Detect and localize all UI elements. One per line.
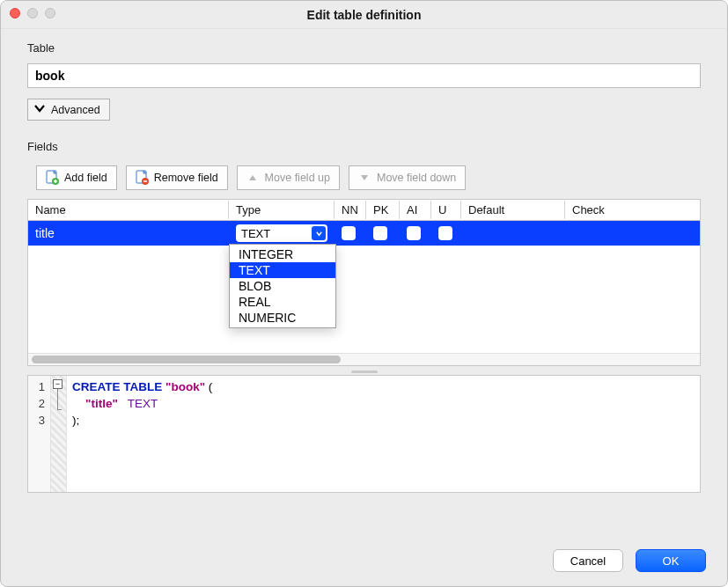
ai-checkbox[interactable] (407, 226, 421, 240)
maximize-window-button (45, 8, 55, 18)
cell-name[interactable]: title (28, 221, 229, 246)
minimize-window-button (27, 8, 38, 18)
add-field-icon (46, 170, 59, 186)
chevron-down-icon (312, 226, 326, 240)
add-field-label: Add field (64, 172, 107, 184)
cell-ai[interactable] (400, 221, 431, 246)
move-up-label: Move field up (265, 172, 330, 184)
type-dropdown[interactable]: INTEGERTEXTBLOBREALNUMERIC (229, 244, 336, 328)
fields-grid: Name Type NN PK AI U Default Check title… (27, 199, 701, 366)
type-combobox[interactable]: TEXT (236, 224, 327, 242)
sql-code[interactable]: CREATE TABLE "book" ( "title" TEXT ); (67, 376, 700, 492)
line-number-gutter: 1 2 3 (28, 376, 51, 492)
titlebar: Edit table definition (1, 1, 727, 29)
sql-keyword: CREATE TABLE (72, 380, 162, 393)
horizontal-scrollbar[interactable] (28, 353, 700, 365)
cell-default[interactable] (461, 221, 565, 246)
type-option[interactable]: TEXT (230, 262, 335, 278)
advanced-toggle-button[interactable]: Advanced (27, 99, 110, 121)
chevron-down-icon (33, 103, 48, 116)
triangle-down-icon (358, 170, 371, 186)
grid-header: Name Type NN PK AI U Default Check (28, 200, 700, 221)
cell-type[interactable]: TEXT (229, 221, 335, 246)
table-section-label: Table (27, 41, 701, 55)
splitter-handle[interactable] (27, 368, 701, 375)
column-header-u[interactable]: U (431, 201, 461, 219)
type-option[interactable]: INTEGER (230, 246, 335, 262)
move-down-label: Move field down (377, 172, 456, 184)
line-number: 1 (28, 378, 45, 395)
triangle-up-icon (246, 170, 260, 186)
remove-field-icon (136, 170, 149, 186)
type-option[interactable]: BLOB (230, 278, 335, 294)
line-number: 2 (28, 395, 45, 412)
traffic-lights (10, 8, 55, 18)
column-header-ai[interactable]: AI (400, 201, 431, 219)
dialog-footer: Cancel OK (1, 537, 727, 586)
move-field-down-button[interactable]: Move field down (349, 165, 466, 190)
column-header-name[interactable]: Name (28, 201, 229, 219)
ok-button[interactable]: OK (636, 549, 706, 572)
remove-field-label: Remove field (154, 172, 218, 184)
column-header-pk[interactable]: PK (366, 201, 400, 219)
type-option[interactable]: NUMERIC (230, 310, 335, 326)
type-combobox-value: TEXT (241, 227, 270, 240)
grid-body: title TEXT (28, 221, 700, 353)
sql-preview: 1 2 3 − CREATE TABLE "book" ( "title" TE… (27, 375, 701, 493)
sql-string: "book" (165, 380, 205, 393)
close-window-button[interactable] (10, 8, 20, 18)
type-option[interactable]: REAL (230, 294, 335, 310)
line-number: 3 (28, 412, 45, 429)
sql-string: "title" (85, 397, 118, 410)
cell-u[interactable] (431, 221, 461, 246)
sql-type: TEXT (128, 397, 158, 410)
table-row[interactable]: title TEXT (28, 221, 700, 246)
cancel-button[interactable]: Cancel (553, 549, 623, 572)
fold-gutter: − (51, 376, 67, 492)
u-checkbox[interactable] (438, 226, 452, 240)
move-field-up-button[interactable]: Move field up (237, 165, 340, 190)
column-header-check[interactable]: Check (565, 201, 700, 219)
column-header-default[interactable]: Default (461, 201, 565, 219)
pk-checkbox[interactable] (373, 226, 387, 240)
window-title: Edit table definition (307, 8, 422, 22)
add-field-button[interactable]: Add field (36, 165, 117, 190)
fields-section-label: Fields (27, 140, 701, 153)
advanced-label: Advanced (51, 104, 100, 116)
column-header-type[interactable]: Type (229, 201, 335, 219)
content-area: Table Advanced Fields Add field Remove f… (1, 29, 727, 537)
fields-toolbar: Add field Remove field Move field up Mov… (27, 165, 701, 190)
column-header-nn[interactable]: NN (335, 201, 366, 219)
cell-check[interactable] (565, 221, 700, 246)
cell-nn[interactable] (335, 221, 366, 246)
dialog-window: Edit table definition Table Advanced Fie… (0, 0, 728, 587)
remove-field-button[interactable]: Remove field (126, 165, 228, 190)
scrollbar-thumb[interactable] (32, 356, 341, 363)
table-name-input[interactable] (27, 63, 701, 88)
nn-checkbox[interactable] (342, 226, 356, 240)
cell-pk[interactable] (366, 221, 400, 246)
fold-collapse-icon[interactable]: − (53, 379, 63, 389)
